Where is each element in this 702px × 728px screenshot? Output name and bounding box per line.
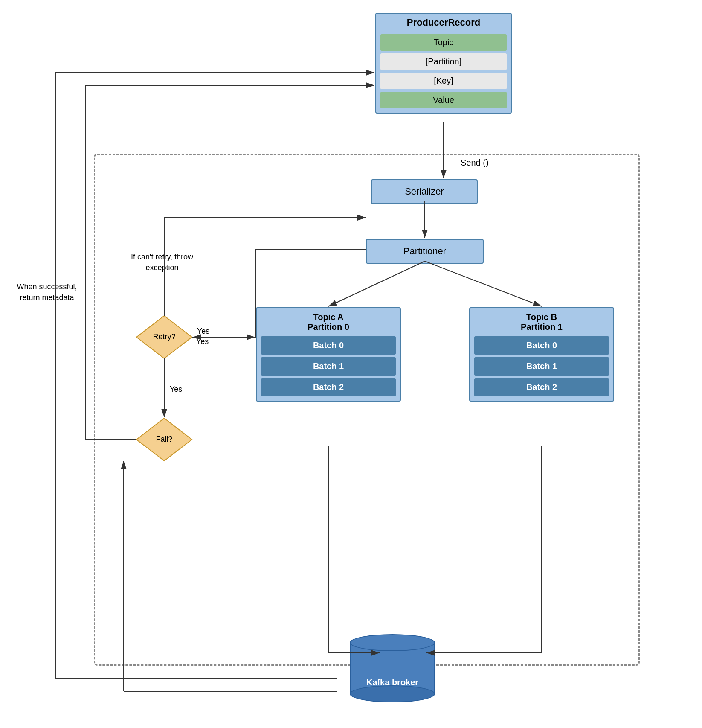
producer-record-box: ProducerRecord Topic [Partition] [Key] V…: [375, 13, 512, 114]
topic-b-batch-2: Batch 2: [474, 378, 609, 396]
yes-fail-label: Yes: [171, 431, 183, 440]
topic-a-batch-2: Batch 2: [261, 378, 396, 396]
dashed-outer-box: [94, 154, 640, 666]
field-key: [Key]: [380, 73, 507, 89]
kafka-broker-cylinder: Kafka broker: [337, 634, 448, 702]
if-cant-retry-label: If can't retry, throw exception: [124, 252, 200, 273]
send-label: Send (): [461, 158, 489, 168]
field-topic: Topic: [380, 34, 507, 51]
topic-b-batch-0: Batch 0: [474, 336, 609, 355]
topic-a-batch-0: Batch 0: [261, 336, 396, 355]
field-value: Value: [380, 92, 507, 108]
topic-a-title: Topic A Partition 0: [257, 308, 400, 334]
field-partition: [Partition]: [380, 53, 507, 70]
topic-a-batch-1: Batch 1: [261, 357, 396, 376]
topic-b-batch-1: Batch 1: [474, 357, 609, 376]
topic-b-box: Topic B Partition 1 Batch 0 Batch 1 Batc…: [469, 307, 614, 402]
partitioner-box: Partitioner: [366, 239, 484, 264]
topic-a-box: Topic A Partition 0 Batch 0 Batch 1 Batc…: [256, 307, 401, 402]
serializer-box: Serializer: [371, 179, 478, 204]
when-successful-label: When successful, return metadata: [13, 282, 81, 303]
cylinder-top: [350, 634, 435, 651]
cylinder-bottom: [350, 685, 435, 702]
yes-retry-label: Yes: [196, 337, 209, 346]
topic-b-title: Topic B Partition 1: [470, 308, 613, 334]
producer-record-title: ProducerRecord: [376, 14, 511, 32]
diagram-container: ProducerRecord Topic [Partition] [Key] V…: [0, 0, 702, 728]
